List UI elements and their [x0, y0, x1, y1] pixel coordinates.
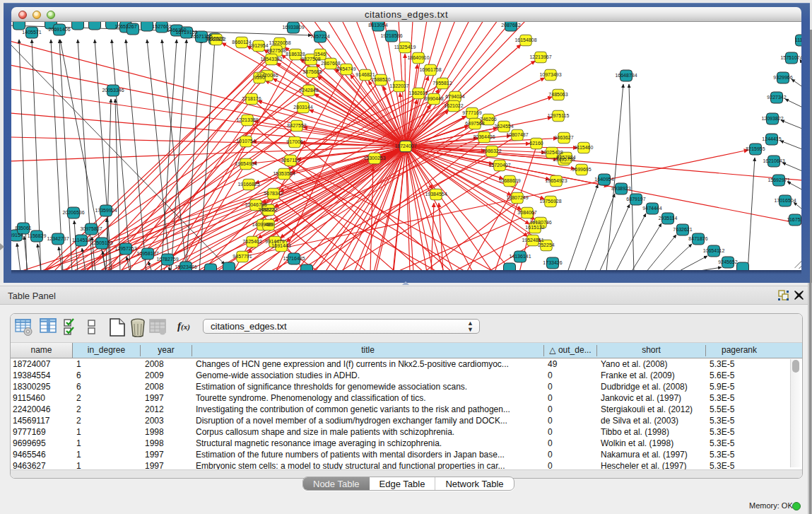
svg-text:9827508: 9827508	[266, 48, 286, 53]
svg-text:10654112: 10654112	[703, 248, 725, 253]
svg-text:12213389: 12213389	[236, 117, 258, 122]
svg-text:2588520: 2588520	[371, 77, 390, 82]
svg-text:12975115: 12975115	[548, 113, 570, 118]
svg-text:3267110: 3267110	[281, 158, 300, 163]
svg-text:2803144: 2803144	[293, 105, 312, 110]
svg-text:10958107: 10958107	[136, 251, 158, 256]
svg-text:8990448: 8990448	[424, 96, 443, 101]
svg-text:9457791: 9457791	[233, 254, 252, 259]
svg-text:10688639: 10688639	[498, 178, 520, 183]
svg-text:20364436: 20364436	[473, 134, 495, 139]
svg-text:16154808: 16154808	[514, 37, 536, 42]
svg-text:16648784: 16648784	[615, 73, 637, 78]
svg-text:8471876: 8471876	[688, 236, 707, 241]
svg-text:1546: 1546	[314, 52, 326, 57]
svg-text:2718176: 2718176	[242, 96, 261, 101]
svg-text:19524851: 19524851	[522, 238, 543, 243]
svg-text:16210643: 16210643	[763, 158, 784, 163]
svg-text:7625402: 7625402	[242, 239, 261, 244]
svg-text:7663822: 7663822	[206, 37, 225, 42]
svg-text:116753: 116753	[787, 217, 801, 222]
svg-text:17957253: 17957253	[114, 246, 136, 251]
svg-text:1244415: 1244415	[762, 136, 781, 141]
svg-text:13226058: 13226058	[269, 40, 290, 45]
svg-text:10025438: 10025438	[541, 150, 563, 155]
svg-text:19654923: 19654923	[545, 178, 567, 183]
svg-text:18640910: 18640910	[407, 55, 429, 60]
svg-text:30975887: 30975887	[80, 226, 102, 231]
svg-text:20206536: 20206536	[62, 210, 84, 215]
svg-text:746266: 746266	[480, 117, 496, 122]
svg-text:15300253: 15300253	[363, 156, 385, 160]
svg-text:12342737: 12342737	[47, 236, 69, 241]
svg-text:917006: 917006	[286, 139, 302, 144]
svg-text:15720407: 15720407	[488, 163, 510, 168]
svg-text:20053346: 20053346	[102, 88, 124, 93]
svg-text:6497568: 6497568	[465, 121, 484, 126]
svg-text:10973493: 10973493	[539, 72, 561, 77]
svg-text:11123: 11123	[795, 37, 801, 42]
svg-text:9242848: 9242848	[299, 88, 318, 93]
svg-text:15923446: 15923446	[175, 264, 196, 269]
svg-text:8427552: 8427552	[287, 123, 306, 128]
svg-text:489: 489	[264, 222, 273, 227]
svg-text:8813054: 8813054	[368, 23, 387, 28]
svg-text:9699695: 9699695	[572, 167, 591, 172]
svg-text:9463627: 9463627	[554, 135, 573, 140]
svg-text:17016504: 17016504	[774, 198, 796, 203]
svg-text:16782759: 16782759	[156, 257, 178, 262]
svg-text:10653267: 10653267	[114, 24, 136, 29]
svg-text:18724007: 18724007	[394, 144, 416, 148]
svg-text:19756928: 19756928	[539, 199, 561, 204]
svg-text:19384554: 19384554	[425, 192, 447, 197]
svg-text:1691443: 1691443	[271, 243, 290, 248]
svg-text:2935114: 2935114	[659, 216, 678, 221]
svg-text:20691406: 20691406	[48, 27, 70, 32]
svg-text:835061: 835061	[15, 226, 31, 230]
svg-text:1322037: 1322037	[389, 83, 408, 88]
svg-text:1621022: 1621022	[444, 103, 463, 108]
svg-text:6879197: 6879197	[626, 197, 645, 201]
svg-text:9827508: 9827508	[301, 57, 320, 62]
svg-text:12213967: 12213967	[529, 54, 551, 59]
svg-text:19654934: 19654934	[235, 161, 257, 166]
svg-text:8938923: 8938923	[611, 186, 630, 191]
svg-text:15353594: 15353594	[273, 171, 295, 176]
svg-text:15692971: 15692971	[767, 177, 789, 182]
svg-text:8912954: 8912954	[249, 43, 268, 48]
svg-text:39154: 39154	[11, 233, 23, 238]
svg-text:17359924: 17359924	[95, 208, 117, 213]
svg-text:9227342: 9227342	[767, 95, 786, 100]
svg-text:2087682: 2087682	[501, 23, 520, 28]
svg-text:8222: 8222	[263, 207, 274, 212]
svg-text:1615132: 1615132	[525, 225, 544, 230]
svg-text:1010754: 1010754	[236, 139, 255, 144]
svg-text:6794024: 6794024	[445, 94, 464, 99]
svg-text:16120746: 16120746	[529, 220, 551, 225]
svg-text:1640954: 1640954	[594, 177, 613, 182]
svg-text:2867608: 2867608	[321, 61, 340, 66]
svg-text:10807487: 10807487	[506, 132, 528, 137]
svg-text:8186328: 8186328	[286, 52, 305, 57]
svg-text:15751074: 15751074	[780, 55, 801, 60]
svg-text:1733426: 1733426	[543, 260, 562, 265]
svg-text:1362615: 1362615	[408, 90, 428, 95]
svg-text:12505155: 12505155	[90, 240, 112, 245]
svg-text:10046798: 10046798	[245, 202, 266, 207]
svg-text:9474444: 9474444	[642, 206, 661, 211]
svg-text:16961758: 16961758	[419, 67, 441, 72]
svg-text:1156829: 1156829	[28, 233, 47, 238]
svg-text:11325419: 11325419	[394, 45, 416, 49]
svg-text:1114519: 1114519	[72, 238, 90, 243]
svg-text:62160: 62160	[529, 141, 543, 146]
svg-text:16543382: 16543382	[260, 57, 282, 62]
svg-text:9357884: 9357884	[556, 155, 575, 160]
svg-text:12093822: 12093822	[761, 116, 783, 121]
svg-text:14136141: 14136141	[509, 254, 531, 259]
svg-text:9245652: 9245652	[718, 259, 737, 264]
svg-text:9146821: 9146821	[355, 72, 375, 77]
svg-text:1405571: 1405571	[22, 30, 41, 35]
svg-text:15716485: 15716485	[283, 256, 305, 261]
svg-text:7357224: 7357224	[310, 34, 329, 39]
svg-text:16933809: 16933809	[282, 25, 304, 30]
